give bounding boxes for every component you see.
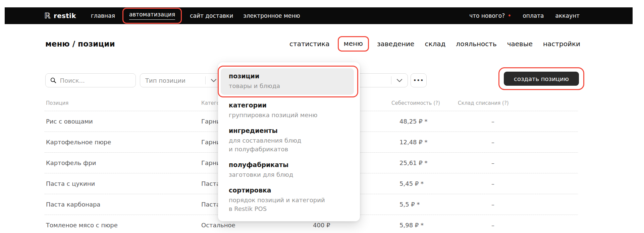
col-header-writeoff-warehouse: Склад списания (?) — [458, 100, 578, 106]
menu-item-semifinished[interactable]: полуфабрикаты заготовки для блюд — [229, 161, 354, 179]
menu-item-subtitle: порядок позиций и категорий — [229, 196, 354, 205]
search-box[interactable] — [45, 73, 136, 87]
cell-cost: 12,48 ₽ * — [391, 139, 458, 146]
chevron-down-icon — [396, 79, 402, 82]
cell-cost: 5,98 ₽ * — [391, 222, 458, 229]
cell-position: Картофель фри — [45, 159, 201, 166]
cell-position: Рис с овощами — [45, 118, 201, 125]
topnav-right: что нового?• оплата аккаунт — [469, 12, 580, 19]
cell-cost: 25,61 ₽ * — [391, 159, 458, 166]
search-icon — [50, 77, 56, 84]
menu-item-subtitle: в Restik POS — [229, 205, 354, 213]
menu-item-subtitle: товары и блюда — [229, 82, 348, 90]
nav-delivery-site[interactable]: сайт доставки — [190, 12, 233, 19]
tab-menu[interactable]: меню — [344, 40, 363, 48]
more-actions-button[interactable]: ••• — [411, 73, 427, 87]
tab-statistics[interactable]: статистика — [289, 40, 330, 48]
cell-writeoff: – — [458, 139, 578, 146]
restik-logo[interactable]: ℝ restik — [44, 12, 76, 20]
search-input[interactable] — [60, 77, 131, 84]
position-type-select-label: Тип позиции — [145, 77, 205, 84]
menu-item-title: ингредиенты — [229, 127, 354, 135]
cell-cost: 5,5 ₽ * — [391, 201, 458, 208]
nav-home[interactable]: главная — [91, 12, 115, 19]
tab-tips[interactable]: чаевые — [507, 40, 533, 48]
new-badge-dot-icon: • — [507, 12, 511, 19]
tab-loyalty[interactable]: лояльность — [456, 40, 496, 48]
menu-item-categories[interactable]: категории группировка позиций меню — [229, 101, 354, 120]
cell-writeoff: – — [458, 159, 578, 166]
nav-automation[interactable]: автоматизация — [129, 11, 175, 20]
col-header-position: Позиция — [45, 100, 201, 106]
menu-item-subtitle: группировка позиций меню — [229, 111, 354, 120]
cell-position: Паста карбонара — [45, 201, 201, 208]
topbar: ℝ restik главная автоматизация сайт дост… — [5, 7, 633, 24]
cell-price: 400 ₽ — [313, 222, 391, 229]
breadcrumb: меню / позиции — [45, 40, 115, 48]
cell-cost: 48,25 ₽ * — [391, 118, 458, 125]
chevron-down-icon — [211, 79, 217, 82]
menu-dropdown-panel: позиции товары и блюда категории группир… — [218, 62, 360, 221]
cell-writeoff: – — [458, 201, 578, 208]
topnav: главная автоматизация сайт доставки элек… — [91, 8, 310, 24]
menu-item-positions[interactable]: позиции товары и блюда — [221, 68, 354, 95]
menu-item-title: категории — [229, 101, 354, 109]
cell-category: Остальное — [201, 222, 313, 229]
nav-emenu[interactable]: электронное меню — [243, 12, 300, 19]
subheader: меню / позиции статистика меню заведение… — [45, 40, 580, 48]
annotation-ring-create-button: создать позицию — [498, 67, 584, 90]
col-header-cost: Себестоимость (?) — [391, 100, 458, 106]
menu-item-subtitle: для составления блюд — [229, 136, 354, 145]
menu-item-title: полуфабрикаты — [229, 161, 354, 169]
tab-settings[interactable]: настройки — [543, 40, 580, 48]
whats-new-label: что нового? — [469, 12, 505, 19]
menu-item-sorting[interactable]: сортировка порядок позиций и категорий в… — [229, 186, 354, 213]
create-position-button[interactable]: создать позицию — [504, 72, 579, 86]
cell-position: Картофельное пюре — [45, 139, 201, 146]
logo-text: restik — [54, 12, 76, 20]
cell-cost: 5,45 ₽ * — [391, 180, 458, 187]
menu-item-ingredients[interactable]: ингредиенты для составления блюд и полуф… — [229, 127, 354, 154]
cell-writeoff: – — [458, 180, 578, 187]
select-divider — [205, 76, 206, 84]
section-tabs: статистика меню заведение склад лояльнос… — [289, 40, 580, 48]
nav-payment[interactable]: оплата — [523, 12, 544, 19]
screen: ℝ restik главная автоматизация сайт дост… — [0, 0, 644, 233]
tab-warehouse[interactable]: склад — [425, 40, 445, 48]
cell-position: Томленое мясо с пюре — [45, 222, 201, 229]
cell-position: Паста с цукини — [45, 180, 201, 187]
nav-whats-new[interactable]: что нового?• — [469, 12, 511, 19]
cell-writeoff: – — [458, 118, 578, 125]
menu-item-title: сортировка — [229, 186, 354, 194]
cell-writeoff: – — [458, 222, 578, 229]
position-type-select[interactable]: Тип позиции — [140, 73, 222, 87]
annotation-ring-automation: автоматизация — [122, 8, 182, 24]
nav-account[interactable]: аккаунт — [555, 12, 580, 19]
menu-item-subtitle: и полуфабрикатов — [229, 145, 354, 154]
tab-venue[interactable]: заведение — [377, 40, 415, 48]
menu-item-title: позиции — [229, 72, 348, 80]
annotation-ring-menu-tab: меню — [338, 36, 369, 52]
restik-logo-icon: ℝ — [44, 12, 51, 20]
select-divider — [391, 76, 391, 84]
menu-item-subtitle: заготовки для блюд — [229, 170, 354, 179]
